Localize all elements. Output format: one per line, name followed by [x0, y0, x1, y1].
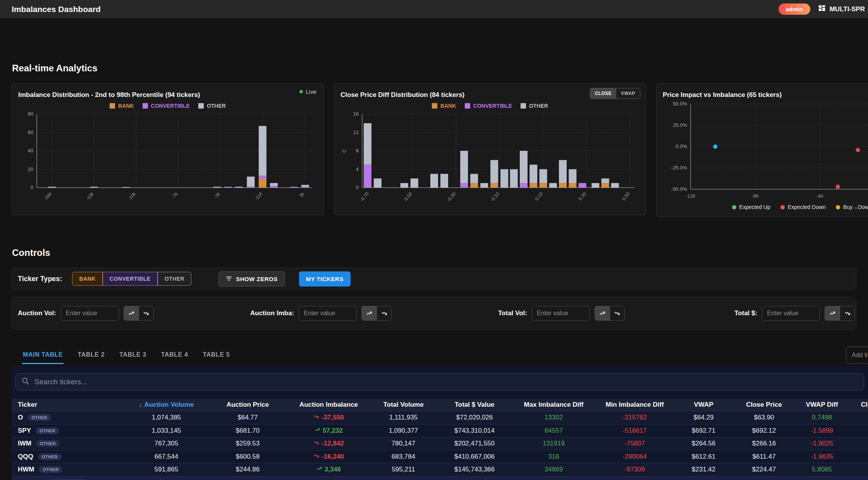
bank-toggle-button[interactable]: BANK [72, 272, 102, 286]
column-header[interactable]: Max Imbalance Diff [511, 399, 596, 411]
legend-swatch-icon [143, 103, 148, 109]
auction-imba-filter: Auction Imba: [250, 306, 392, 321]
workspace-switcher[interactable]: MULTI-SPR [818, 4, 865, 14]
close-price-cell: $266.16 [734, 437, 794, 450]
column-header[interactable]: Auction Imbalance [289, 399, 369, 411]
my-tickers-button[interactable]: MY TICKERS [299, 271, 351, 287]
other-toggle-button[interactable]: OTHER [158, 272, 192, 286]
min-imbalance-diff-cell: -215782 [596, 411, 673, 424]
ticker-symbol: HWM [18, 466, 34, 473]
ticker-search[interactable] [15, 373, 864, 390]
column-header[interactable]: Ticker [12, 399, 126, 411]
column-header[interactable]: Close Diff [850, 399, 868, 411]
column-header[interactable]: Min Imbalance Diff [596, 399, 673, 411]
legend-item[interactable]: Buy→Down [836, 204, 868, 210]
legend-item[interactable]: OTHER [521, 103, 548, 109]
total-volume-cell: 683,784 [369, 451, 438, 463]
legend-item[interactable]: BANK [110, 103, 134, 109]
toggle-close[interactable]: CLOSE [590, 88, 616, 98]
close-price-cell: $63.90 [734, 411, 794, 424]
auction-volume-cell: 7,916 [126, 477, 207, 480]
legend-item[interactable]: CONVERTIBLE [143, 103, 190, 109]
total-value-cell: $688,967 [438, 477, 511, 480]
legend-swatch-icon [732, 205, 736, 209]
trend-down-icon[interactable] [139, 306, 153, 320]
legend-swatch-icon [780, 205, 785, 209]
auction-price-cell: $76.48 [207, 477, 289, 480]
tab-table-4[interactable]: TABLE 4 [160, 348, 189, 364]
trend-up-icon[interactable] [362, 306, 376, 320]
workspace-label: MULTI-SPR [830, 5, 865, 13]
column-header[interactable]: Close Price [734, 399, 794, 411]
total-value-cell: $145,743,366 [438, 463, 511, 476]
table-row[interactable]: BA.PRACONVERTIBLE7,916$76.481,8489,856$6… [12, 476, 868, 480]
legend-item[interactable]: BANK [432, 103, 456, 109]
min-imbalance-diff-cell: -516617 [596, 425, 673, 437]
svg-text:25.0%: 25.0% [673, 122, 687, 128]
price-impact-panel: Price Impact vs Imbalance (65 tickers) 5… [656, 83, 868, 217]
column-header[interactable]: Total Volume [369, 399, 438, 411]
table-row[interactable]: HWMOTHER591,865$244.863,346595,211$145,7… [12, 463, 868, 476]
trend-down-icon [313, 414, 319, 421]
toggle-vwap[interactable]: VWAP [616, 88, 640, 98]
svg-text:-25.0%: -25.0% [671, 165, 688, 171]
show-zeros-button[interactable]: SHOW ZEROS [218, 271, 285, 287]
column-header[interactable]: Total $ Value [438, 399, 511, 411]
vwap-cell: $64.29 [673, 411, 734, 424]
trend-down-icon[interactable] [610, 306, 624, 320]
table-row[interactable]: SPYOTHER1,033,145$681.7057,2321,090,377$… [12, 424, 868, 437]
auction-vol-input[interactable] [61, 306, 119, 321]
total-value-cell: $72,020,026 [438, 411, 511, 424]
total-dollar-input[interactable] [762, 306, 820, 321]
legend-item[interactable]: Expected Down [780, 204, 826, 210]
close-diff-cell [850, 425, 868, 437]
tab-main-table[interactable]: MAIN TABLE [22, 348, 64, 364]
trend-up-icon[interactable] [124, 306, 139, 320]
table-row[interactable]: OOTHER1,074,385$64.77-37,5501,111,935$72… [12, 411, 868, 424]
auction-price-cell: $244.86 [207, 463, 289, 476]
add-ticker-input[interactable] [846, 347, 868, 364]
ticker-cell: IWMOTHER [12, 437, 126, 450]
auction-volume-cell: 1,074,385 [126, 411, 207, 424]
table-row[interactable]: IWMOTHER767,305$259.53-12,842780,147$202… [12, 437, 868, 450]
app-title: Imbalances Dashboard [12, 5, 101, 14]
grid-icon [818, 4, 826, 14]
tab-table-5[interactable]: TABLE 5 [202, 348, 231, 364]
auction-imbalance-cell: 3,346 [289, 463, 369, 476]
total-dollar-direction-toggle [825, 306, 855, 321]
live-badge: Live [299, 88, 316, 95]
tab-table-2[interactable]: TABLE 2 [77, 348, 105, 364]
column-header[interactable]: ↓Auction Volume [126, 399, 207, 411]
total-vol-input[interactable] [532, 306, 590, 321]
topbar: Imbalances Dashboard admin MULTI-SPR [0, 0, 868, 18]
column-header[interactable]: Auction Price [207, 399, 289, 411]
table-row[interactable]: QQQOTHER667,544$600.58-16,240683,784$410… [12, 450, 868, 463]
svg-text:-12K: -12K [686, 193, 695, 199]
column-header[interactable]: VWAP Diff [794, 399, 850, 411]
trend-up-icon[interactable] [595, 306, 610, 320]
vwap-cell: $692.71 [673, 425, 734, 437]
search-input[interactable] [34, 378, 858, 386]
ticker-type-badge: OTHER [38, 453, 62, 460]
svg-text:-4K: -4K [816, 193, 824, 199]
total-volume-cell: 595,211 [369, 463, 438, 476]
trend-down-icon [313, 440, 319, 447]
svg-text:0.30: 0.30 [578, 191, 588, 202]
svg-text:20: 20 [28, 166, 33, 172]
auction-volume-cell: 591,865 [126, 463, 207, 476]
main-table-panel: Ticker↓Auction VolumeAuction PriceAuctio… [12, 366, 868, 480]
legend-item[interactable]: OTHER [198, 103, 226, 109]
legend-item[interactable]: Expected Up [732, 204, 770, 210]
auction-imba-input[interactable] [299, 306, 357, 321]
admin-badge[interactable]: admin [779, 3, 810, 15]
legend-item[interactable]: CONVERTIBLE [465, 103, 512, 109]
svg-text:-0.10: -0.10 [489, 191, 500, 203]
trend-up-icon[interactable] [825, 306, 840, 320]
tab-table-3[interactable]: TABLE 3 [119, 348, 147, 364]
column-header[interactable]: VWAP [673, 399, 734, 411]
legend-swatch-icon [465, 103, 470, 109]
trend-down-icon[interactable] [376, 306, 391, 320]
svg-text:12: 12 [353, 129, 359, 135]
trend-down-icon[interactable] [840, 306, 854, 320]
convertible-toggle-button[interactable]: CONVERTIBLE [103, 272, 158, 286]
